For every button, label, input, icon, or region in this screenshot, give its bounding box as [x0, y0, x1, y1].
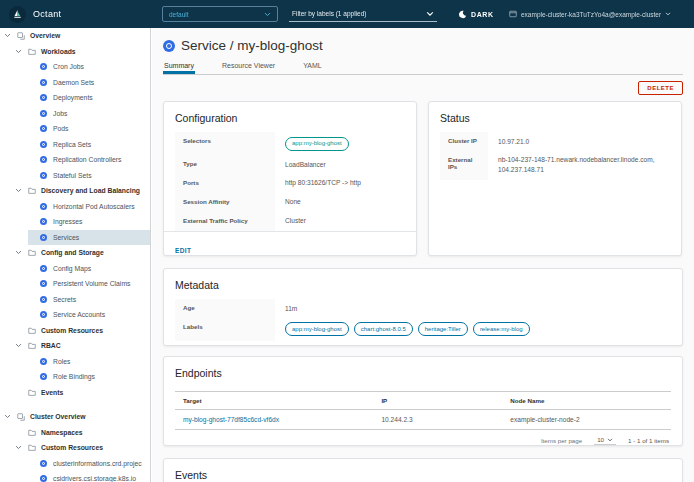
- caret-down-icon[interactable]: [15, 49, 28, 54]
- sidebar-item-clusterinformations-crd-projec[interactable]: clusterinformations.crd.projec: [0, 456, 150, 472]
- tab-yaml[interactable]: YAML: [302, 60, 323, 74]
- delete-button[interactable]: DELETE: [638, 81, 683, 95]
- sidebar-item-csidrivers-csi-storage-k8s-io[interactable]: csidrivers.csi.storage.k8s.io: [0, 471, 150, 482]
- page-header: Service / my-blog-ghost: [163, 38, 683, 53]
- sidebar-item-events[interactable]: Events: [0, 385, 150, 401]
- chevron-down-icon: [665, 12, 671, 16]
- sidebar-item-replication-controllers[interactable]: Replication Controllers: [0, 152, 150, 168]
- sidebar-item-workloads[interactable]: Workloads: [0, 44, 150, 60]
- label-tag[interactable]: heritage:Tiller: [418, 322, 468, 336]
- caret-down-icon[interactable]: [15, 250, 28, 255]
- summary-label: Selectors: [175, 132, 275, 155]
- sidebar-item-horizontal-pod-autoscalers[interactable]: Horizontal Pod Autoscalers: [0, 199, 150, 215]
- summary-row: External IPsnb-104-237-148-71.newark.nod…: [440, 151, 670, 180]
- resource-icon: [40, 110, 47, 117]
- sidebar-item-label: Cluster Overview: [30, 413, 86, 420]
- sidebar-item-config-and-storage[interactable]: Config and Storage: [0, 245, 150, 261]
- caret-down-icon[interactable]: [15, 343, 28, 348]
- summary-value: 10.97.21.0: [488, 132, 670, 151]
- label-tag[interactable]: app:my-blog-ghost: [285, 322, 349, 336]
- sidebar-item-services[interactable]: Services: [0, 230, 150, 246]
- octant-logo-icon[interactable]: [9, 6, 26, 23]
- applications-icon: [17, 32, 25, 40]
- resource-icon: [40, 141, 47, 148]
- sidebar-item-secrets[interactable]: Secrets: [0, 292, 150, 308]
- resource-icon: [40, 218, 47, 225]
- resource-icon: [40, 475, 47, 482]
- caret-down-icon[interactable]: [4, 414, 17, 419]
- sidebar-item-cron-jobs[interactable]: Cron Jobs: [0, 59, 150, 75]
- sidebar-item-label: Discovery and Load Balancing: [41, 187, 140, 194]
- caret-down-icon[interactable]: [4, 33, 17, 38]
- summary-label: External Traffic Policy: [175, 212, 275, 231]
- sidebar-item-custom-resources[interactable]: Custom Resources: [0, 440, 150, 456]
- sidebar-item-pods[interactable]: Pods: [0, 121, 150, 137]
- summary-row: Cluster IP10.97.21.0: [440, 132, 670, 151]
- sidebar-item-config-maps[interactable]: Config Maps: [0, 261, 150, 277]
- sidebar-item-persistent-volume-claims[interactable]: Persistent Volume Claims: [0, 276, 150, 292]
- sidebar-item-label: Roles: [53, 358, 70, 365]
- folder-icon: [28, 342, 36, 349]
- sidebar-item-label: Config and Storage: [41, 249, 104, 256]
- sidebar-item-namespaces[interactable]: Namespaces: [0, 425, 150, 441]
- label-tag[interactable]: release:my-blog: [473, 322, 530, 336]
- context-selector[interactable]: example-cluster-ka3TuTzYo4a@example-clus…: [509, 0, 671, 28]
- tab-summary[interactable]: Summary: [163, 60, 195, 74]
- column-header-node-name: Node Name: [502, 392, 671, 410]
- status-rows: Cluster IP10.97.21.0External IPsnb-104-2…: [440, 132, 670, 180]
- sidebar-item-label: Replica Sets: [53, 141, 91, 148]
- endpoint-target-link[interactable]: my-blog-ghost-77df85c6cd-vf6dx: [183, 416, 279, 423]
- summary-label: Age: [175, 299, 275, 318]
- summary-label: External IPs: [440, 151, 488, 180]
- sidebar-item-custom-resources[interactable]: Custom Resources: [0, 323, 150, 339]
- sidebar-item-rbac[interactable]: RBAC: [0, 338, 150, 354]
- sidebar-item-role-bindings[interactable]: Role Bindings: [0, 369, 150, 385]
- items-per-page-label: Items per page: [541, 437, 582, 444]
- namespace-select[interactable]: default: [162, 6, 278, 22]
- configuration-rows: Selectorsapp:my-blog-ghostTypeLoadBalanc…: [175, 132, 405, 231]
- sidebar-item-jobs[interactable]: Jobs: [0, 106, 150, 122]
- sidebar-item-ingresses[interactable]: Ingresses: [0, 214, 150, 230]
- resource-icon: [40, 358, 47, 365]
- resource-icon: [40, 280, 47, 287]
- folder-icon: [28, 187, 36, 194]
- sidebar-item-overview[interactable]: Overview: [0, 28, 150, 44]
- sidebar-item-label: Workloads: [41, 48, 76, 55]
- sidebar-item-cluster-overview[interactable]: Cluster Overview: [0, 409, 150, 425]
- selector-tag[interactable]: app:my-blog-ghost: [285, 137, 349, 151]
- sidebar-item-replica-sets[interactable]: Replica Sets: [0, 137, 150, 153]
- summary-value: app:my-blog-ghost: [275, 132, 405, 155]
- service-icon: [163, 40, 175, 52]
- endpoints-title: Endpoints: [175, 367, 671, 379]
- chevron-down-icon: [426, 11, 434, 17]
- table-row: my-blog-ghost-77df85c6cd-vf6dx10.244.2.3…: [175, 410, 671, 430]
- namespace-value: default: [169, 11, 189, 18]
- sidebar-item-daemon-sets[interactable]: Daemon Sets: [0, 75, 150, 91]
- sidebar-item-service-accounts[interactable]: Service Accounts: [0, 307, 150, 323]
- page-size-select[interactable]: 10: [594, 435, 616, 445]
- sidebar-item-label: Deployments: [53, 94, 93, 101]
- sidebar-item-label: Stateful Sets: [53, 172, 92, 179]
- sidebar-item-roles[interactable]: Roles: [0, 354, 150, 370]
- summary-row: Portshttp 80:31626/TCP -> http: [175, 174, 405, 193]
- caret-down-icon[interactable]: [15, 188, 28, 193]
- sidebar-item-stateful-sets[interactable]: Stateful Sets: [0, 168, 150, 184]
- events-title: Events: [175, 469, 671, 481]
- resource-icon: [40, 94, 47, 101]
- caret-down-icon[interactable]: [15, 445, 28, 450]
- theme-toggle[interactable]: DARK: [458, 0, 494, 28]
- sidebar-item-label: Events: [41, 389, 63, 396]
- applications-icon: [17, 413, 25, 421]
- label-filter-input[interactable]: Filter by labels (1 applied): [289, 6, 437, 22]
- tab-resource-viewer[interactable]: Resource Viewer: [221, 60, 276, 74]
- summary-row: Session AffinityNone: [175, 193, 405, 212]
- summary-label: Session Affinity: [175, 193, 275, 212]
- label-tag[interactable]: chart:ghost-8.0.5: [354, 322, 413, 336]
- summary-row: TypeLoadBalancer: [175, 155, 405, 174]
- sidebar-item-label: Cron Jobs: [53, 63, 84, 70]
- endpoints-table: TargetIPNode Name my-blog-ghost-77df85c6…: [175, 391, 671, 429]
- edit-link[interactable]: EDIT: [175, 247, 191, 254]
- sidebar-item-deployments[interactable]: Deployments: [0, 90, 150, 106]
- sidebar-item-discovery-and-load-balancing[interactable]: Discovery and Load Balancing: [0, 183, 150, 199]
- endpoints-card: Endpoints TargetIPNode Name my-blog-ghos…: [163, 356, 683, 446]
